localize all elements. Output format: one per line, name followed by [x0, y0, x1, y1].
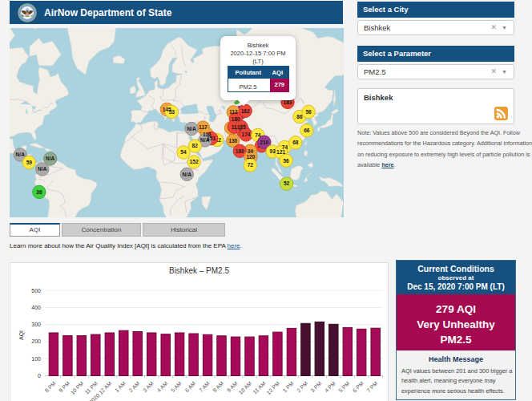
svg-text:7 PM: 7 PM	[365, 380, 378, 393]
svg-text:400: 400	[31, 305, 41, 310]
svg-text:66: 66	[304, 128, 310, 133]
svg-text:54: 54	[180, 149, 187, 155]
svg-text:3 AM: 3 AM	[142, 380, 155, 393]
svg-text:1 PM: 1 PM	[281, 380, 294, 393]
svg-text:36: 36	[36, 189, 42, 195]
svg-text:11 AM: 11 AM	[252, 380, 266, 395]
svg-text:52: 52	[284, 180, 290, 186]
svg-text:74: 74	[255, 132, 261, 138]
svg-text:10 AM: 10 AM	[238, 380, 253, 395]
svg-text:4 PM: 4 PM	[324, 380, 337, 393]
svg-text:8 PM: 8 PM	[43, 380, 56, 393]
svg-text:59: 59	[26, 160, 33, 165]
svg-text:1 AM: 1 AM	[114, 380, 127, 393]
svg-text:200: 200	[31, 338, 41, 344]
svg-text:121: 121	[276, 149, 285, 155]
svg-text:300: 300	[31, 322, 41, 327]
svg-text:2 PM: 2 PM	[296, 380, 308, 393]
svg-text:12 PM: 12 PM	[265, 380, 280, 395]
svg-text:56: 56	[283, 158, 289, 164]
svg-text:117: 117	[199, 124, 208, 130]
svg-text:5 PM: 5 PM	[337, 380, 350, 393]
svg-text:34: 34	[248, 148, 254, 154]
svg-text:130: 130	[228, 138, 237, 144]
svg-text:500: 500	[31, 288, 41, 294]
svg-text:93: 93	[270, 148, 276, 154]
svg-text:4 AM: 4 AM	[155, 380, 168, 393]
svg-text:7 AM: 7 AM	[198, 380, 211, 393]
svg-text:120: 120	[246, 154, 255, 160]
svg-text:0: 0	[38, 373, 41, 379]
svg-text:160: 160	[236, 148, 244, 154]
svg-text:185: 185	[237, 124, 246, 130]
svg-text:N/A: N/A	[46, 156, 55, 161]
svg-text:210: 210	[260, 140, 268, 145]
svg-text:72: 72	[248, 162, 254, 168]
svg-text:3 PM: 3 PM	[309, 380, 322, 393]
svg-text:162: 162	[241, 108, 250, 114]
svg-text:56: 56	[305, 109, 312, 115]
svg-text:86: 86	[296, 114, 303, 119]
svg-text:N/A: N/A	[38, 166, 47, 172]
svg-text:53: 53	[169, 109, 175, 115]
svg-text:174: 174	[241, 132, 250, 137]
svg-text:68: 68	[292, 140, 299, 145]
svg-text:5 AM: 5 AM	[170, 380, 183, 393]
svg-text:10 PM: 10 PM	[70, 380, 85, 395]
svg-text:8 AM: 8 AM	[212, 380, 224, 393]
svg-text:AQI: AQI	[18, 330, 25, 340]
svg-text:2 AM: 2 AM	[127, 380, 140, 393]
svg-text:82: 82	[192, 143, 199, 148]
svg-text:N/A: N/A	[200, 137, 210, 143]
svg-text:6 AM: 6 AM	[183, 380, 196, 393]
svg-text:112: 112	[229, 109, 238, 115]
svg-text:180: 180	[232, 116, 240, 122]
svg-text:N/A: N/A	[187, 126, 196, 132]
svg-text:152: 152	[190, 159, 199, 164]
svg-text:100: 100	[31, 356, 41, 362]
svg-text:N/A: N/A	[16, 152, 26, 157]
svg-text:N/A: N/A	[183, 172, 192, 177]
svg-text:6 PM: 6 PM	[352, 380, 365, 393]
